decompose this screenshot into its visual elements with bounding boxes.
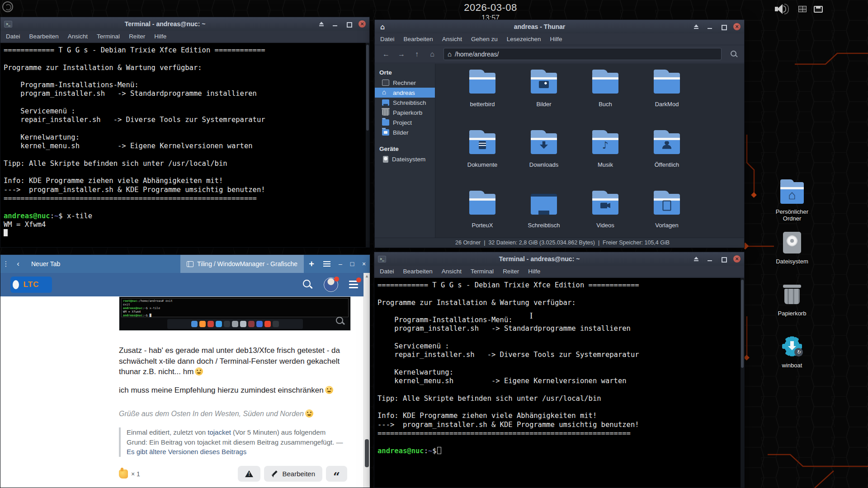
sidebar-item[interactable]: Rechner [375,78,435,88]
shade-button[interactable] [693,23,700,30]
terminal2-titlebar[interactable]: >_ Terminal - andreas@nuc: ~ [374,252,744,266]
scrollbar-thumb[interactable] [365,439,369,467]
scroll-up-arrow[interactable]: ▲ [364,274,370,278]
menu-item[interactable]: Datei [380,36,395,42]
desktop-icon-winboat[interactable]: ↻ winboat [766,335,818,369]
edit-author-link[interactable]: tojacket [208,428,231,436]
desktop-icon-home[interactable]: Persönlicher Ordner [766,182,818,222]
thunar-titlebar[interactable]: ⌂ andreas - Thunar [375,20,744,33]
folder-item[interactable]: Bilder [513,69,575,130]
kebab-menu-icon[interactable]: ⋮ [0,260,11,268]
cursor-line [4,229,369,238]
menu-item[interactable]: Bearbeiten [29,33,59,40]
maximize-button[interactable]: □ [346,260,358,267]
terminal-line [377,360,744,368]
sidebar-item[interactable]: Schreibtisch [375,98,435,108]
terminal2-output-area[interactable]: ============ T G G s - Debian Trixie Xfc… [374,278,744,488]
menu-item[interactable]: Datei [6,33,20,40]
post-screenshot-image[interactable]: root@nuc:/home/andreas# exitexitandreas@… [119,296,351,331]
menu-item[interactable]: Datei [380,268,394,275]
maximize-button[interactable] [720,23,727,30]
menu-item[interactable]: Gehen zu [471,36,498,42]
folder-item[interactable]: Downloads [513,130,575,190]
sidebar-item[interactable]: andreas [375,88,435,98]
user-avatar[interactable] [324,277,338,292]
search-icon[interactable] [302,279,314,291]
menu-item[interactable]: Reiter [129,33,145,40]
minimize-button[interactable] [706,23,713,30]
sidebar-item[interactable]: Bilder [375,127,435,137]
minimize-button[interactable] [706,255,713,263]
maximize-button[interactable] [720,255,727,263]
close-button[interactable]: × [358,260,370,267]
volume-icon[interactable] [774,2,791,16]
menu-item[interactable]: Ansicht [442,268,462,275]
menu-item[interactable]: Hilfe [528,268,540,275]
hamburger-menu-icon[interactable] [348,279,360,291]
zoom-image-icon[interactable] [335,316,345,326]
workspace-grid-icon[interactable] [798,6,807,12]
folder-item[interactable]: Öffentlich [636,130,698,190]
desktop-icon-trash[interactable]: Papierkorb [766,284,818,317]
edit-post-button[interactable]: Bearbeiten [264,466,322,482]
site-logo[interactable]: LTC [10,277,52,293]
home-button[interactable]: ⌂ [425,48,439,60]
older-versions-link[interactable]: Es gibt ältere Versionen dieses Beitrags [127,448,246,455]
close-button[interactable] [733,255,741,263]
terminal1-scrollbar[interactable] [366,43,369,247]
menu-item[interactable]: Bearbeiten [403,268,433,275]
terminal1-output-area[interactable]: ============ T G G s - Debian Trixie Xfc… [0,43,369,247]
tab-neuer-tab[interactable]: Neuer Tab [25,255,66,273]
desktop-corner-logo[interactable] [2,1,13,12]
terminal-line: Servicemenü : [4,107,369,116]
folder-item[interactable]: Dokumente [452,130,513,190]
shade-button[interactable] [693,255,700,263]
flag-post-button[interactable] [238,466,260,482]
edit-note: Einmal editiert, zuletzt von tojacket (V… [119,427,347,457]
dock-app-icon [256,321,263,327]
drive-icon [783,232,801,253]
maximize-button[interactable] [345,20,352,28]
thumbsup-reaction-icon[interactable] [119,469,128,479]
back-button[interactable]: ← [379,48,393,60]
menu-item[interactable]: Bearbeiten [404,36,433,42]
menu-item[interactable]: Ansicht [442,36,462,42]
search-icon[interactable] [728,48,740,60]
thunar-file-area[interactable]: betterbird Bilder Buch DarkMod [435,64,744,238]
menu-item[interactable]: Hilfe [154,33,166,40]
browser-scrollbar[interactable]: ▲ [363,273,370,488]
minimize-button[interactable]: – [335,260,346,267]
minimize-button[interactable] [331,20,339,28]
browser-tabbar[interactable]: ⋮ ‹ Neuer Tab Tiling / WindowManager - G… [0,255,370,273]
folder-item[interactable]: DarkMod [636,69,698,130]
new-tab-button[interactable]: + [304,259,319,269]
thunar-window: ⌂ andreas - Thunar DateiBearbeitenAnsich… [374,19,745,248]
sidebar-item[interactable]: Project [375,117,435,127]
network-icon[interactable] [814,6,823,13]
desktop-icon-filesystem[interactable]: Dateisystem [766,232,818,265]
path-bar[interactable]: ⌂ /home/andreas/ [443,48,722,60]
warning-icon [245,470,253,477]
sidebar-item[interactable]: Papierkorb [375,108,435,117]
menu-item[interactable]: Ansicht [68,33,88,40]
menu-item[interactable]: Reiter [503,268,519,275]
menu-item[interactable]: Terminal [97,33,120,40]
tab-tiling-windowmanager[interactable]: Tiling / WindowManager - Grafische [180,255,304,273]
folder-item[interactable]: Musik [575,130,636,190]
forward-button[interactable]: → [395,48,408,60]
menu-item[interactable]: Terminal [471,268,494,275]
tab-list-button[interactable] [319,255,335,273]
terminal2-scrollbar[interactable] [741,278,744,488]
terminal1-titlebar[interactable]: >_ Terminal - andreas@nuc: ~ [0,17,369,31]
sidebar-item[interactable]: Dateisystem [375,154,435,164]
folder-item[interactable]: betterbird [452,69,513,130]
folder-item[interactable]: Buch [575,69,636,130]
shade-button[interactable] [318,20,325,28]
menu-item[interactable]: Hilfe [550,36,562,42]
chevron-left-icon[interactable]: ‹ [11,259,25,268]
menu-item[interactable]: Lesezeichen [507,36,541,42]
close-button[interactable] [733,23,741,30]
close-button[interactable] [359,20,366,28]
quote-post-button[interactable]: “ [326,466,347,482]
up-button[interactable]: ↑ [410,48,424,60]
